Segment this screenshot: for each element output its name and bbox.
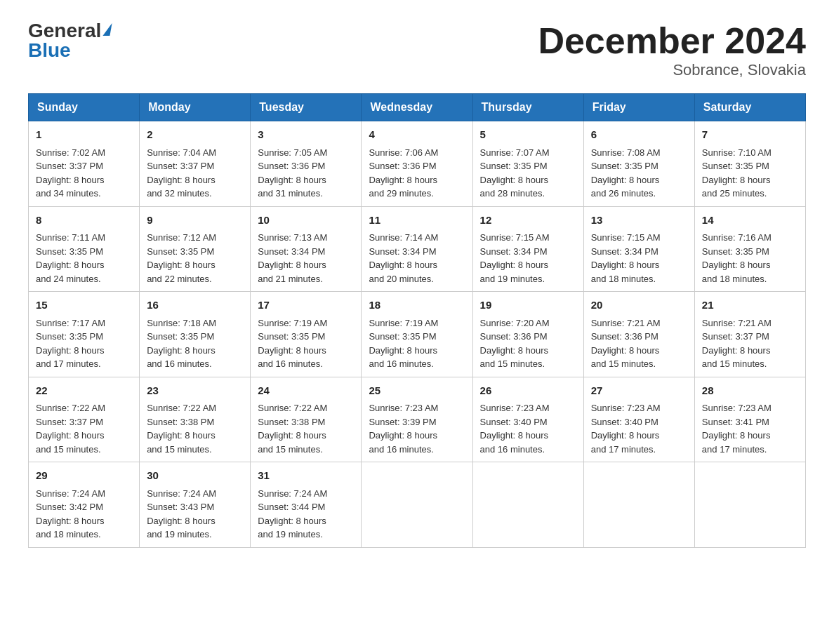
day-number: 16 — [147, 297, 243, 314]
calendar-cell: 29 Sunrise: 7:24 AMSunset: 3:42 PMDaylig… — [29, 462, 140, 548]
calendar-cell: 31 Sunrise: 7:24 AMSunset: 3:44 PMDaylig… — [251, 462, 362, 548]
calendar-cell: 30 Sunrise: 7:24 AMSunset: 3:43 PMDaylig… — [140, 462, 251, 548]
day-number: 10 — [258, 213, 354, 229]
calendar-cell: 25 Sunrise: 7:23 AMSunset: 3:39 PMDaylig… — [362, 377, 472, 462]
day-info: Sunrise: 7:23 AMSunset: 3:40 PMDaylight:… — [480, 403, 550, 455]
day-number: 30 — [147, 468, 243, 484]
calendar-cell: 2 Sunrise: 7:04 AMSunset: 3:37 PMDayligh… — [140, 121, 251, 207]
day-number: 20 — [591, 297, 687, 314]
calendar-cell: 12 Sunrise: 7:15 AMSunset: 3:34 PMDaylig… — [472, 206, 583, 292]
calendar-cell: 10 Sunrise: 7:13 AMSunset: 3:34 PMDaylig… — [251, 206, 362, 292]
day-info: Sunrise: 7:14 AMSunset: 3:34 PMDaylight:… — [369, 232, 438, 284]
day-number: 19 — [480, 297, 576, 314]
calendar-table: Sunday Monday Tuesday Wednesday Thursday… — [28, 93, 806, 548]
day-number: 23 — [147, 383, 243, 399]
calendar-cell: 9 Sunrise: 7:12 AMSunset: 3:35 PMDayligh… — [140, 206, 251, 292]
month-title: December 2024 — [538, 21, 806, 61]
day-info: Sunrise: 7:10 AMSunset: 3:35 PMDaylight:… — [702, 147, 772, 199]
day-info: Sunrise: 7:22 AMSunset: 3:38 PMDaylight:… — [147, 403, 216, 455]
day-info: Sunrise: 7:23 AMSunset: 3:39 PMDaylight:… — [369, 403, 438, 455]
calendar-cell: 14 Sunrise: 7:16 AMSunset: 3:35 PMDaylig… — [694, 206, 805, 292]
calendar-cell: 8 Sunrise: 7:11 AMSunset: 3:35 PMDayligh… — [29, 206, 140, 292]
calendar-cell: 5 Sunrise: 7:07 AMSunset: 3:35 PMDayligh… — [472, 121, 583, 207]
col-saturday: Saturday — [694, 94, 805, 121]
day-info: Sunrise: 7:12 AMSunset: 3:35 PMDaylight:… — [147, 232, 216, 284]
col-wednesday: Wednesday — [362, 94, 472, 121]
calendar-cell: 18 Sunrise: 7:19 AMSunset: 3:35 PMDaylig… — [362, 292, 472, 377]
day-number: 28 — [702, 383, 798, 399]
day-number: 15 — [36, 297, 132, 314]
day-info: Sunrise: 7:05 AMSunset: 3:36 PMDaylight:… — [258, 147, 327, 199]
week-row-3: 15 Sunrise: 7:17 AMSunset: 3:35 PMDaylig… — [29, 292, 806, 377]
day-info: Sunrise: 7:15 AMSunset: 3:34 PMDaylight:… — [591, 232, 661, 284]
calendar-cell: 24 Sunrise: 7:22 AMSunset: 3:38 PMDaylig… — [251, 377, 362, 462]
day-info: Sunrise: 7:23 AMSunset: 3:40 PMDaylight:… — [591, 403, 661, 455]
day-info: Sunrise: 7:15 AMSunset: 3:34 PMDaylight:… — [480, 232, 550, 284]
day-number: 6 — [591, 127, 687, 143]
calendar-cell — [583, 462, 694, 548]
page-header: General Blue December 2024 Sobrance, Slo… — [28, 21, 806, 79]
day-number: 21 — [702, 297, 798, 314]
day-info: Sunrise: 7:19 AMSunset: 3:35 PMDaylight:… — [369, 318, 438, 370]
day-number: 3 — [258, 127, 354, 143]
calendar-cell: 26 Sunrise: 7:23 AMSunset: 3:40 PMDaylig… — [472, 377, 583, 462]
calendar-header-row: Sunday Monday Tuesday Wednesday Thursday… — [29, 94, 806, 121]
day-info: Sunrise: 7:08 AMSunset: 3:35 PMDaylight:… — [591, 147, 661, 199]
day-number: 25 — [369, 383, 465, 399]
day-info: Sunrise: 7:13 AMSunset: 3:34 PMDaylight:… — [258, 232, 327, 284]
day-number: 7 — [702, 127, 798, 143]
day-info: Sunrise: 7:11 AMSunset: 3:35 PMDaylight:… — [36, 232, 105, 284]
day-info: Sunrise: 7:02 AMSunset: 3:37 PMDaylight:… — [36, 147, 105, 199]
day-number: 31 — [258, 468, 354, 484]
day-info: Sunrise: 7:19 AMSunset: 3:35 PMDaylight:… — [258, 318, 327, 370]
day-info: Sunrise: 7:17 AMSunset: 3:35 PMDaylight:… — [36, 318, 105, 370]
title-section: December 2024 Sobrance, Slovakia — [538, 21, 806, 79]
calendar-cell: 13 Sunrise: 7:15 AMSunset: 3:34 PMDaylig… — [583, 206, 694, 292]
day-info: Sunrise: 7:24 AMSunset: 3:42 PMDaylight:… — [36, 488, 105, 540]
day-info: Sunrise: 7:24 AMSunset: 3:43 PMDaylight:… — [147, 488, 216, 540]
day-number: 13 — [591, 213, 687, 229]
day-number: 2 — [147, 127, 243, 143]
day-number: 26 — [480, 383, 576, 399]
week-row-4: 22 Sunrise: 7:22 AMSunset: 3:37 PMDaylig… — [29, 377, 806, 462]
week-row-5: 29 Sunrise: 7:24 AMSunset: 3:42 PMDaylig… — [29, 462, 806, 548]
day-info: Sunrise: 7:07 AMSunset: 3:35 PMDaylight:… — [480, 147, 550, 199]
day-number: 22 — [36, 383, 132, 399]
calendar-cell: 11 Sunrise: 7:14 AMSunset: 3:34 PMDaylig… — [362, 206, 472, 292]
calendar-cell — [362, 462, 472, 548]
day-info: Sunrise: 7:04 AMSunset: 3:37 PMDaylight:… — [147, 147, 216, 199]
day-number: 4 — [369, 127, 465, 143]
day-number: 24 — [258, 383, 354, 399]
day-number: 27 — [591, 383, 687, 399]
day-info: Sunrise: 7:18 AMSunset: 3:35 PMDaylight:… — [147, 318, 216, 370]
col-friday: Friday — [583, 94, 694, 121]
day-number: 5 — [480, 127, 576, 143]
calendar-cell: 3 Sunrise: 7:05 AMSunset: 3:36 PMDayligh… — [251, 121, 362, 207]
day-number: 9 — [147, 213, 243, 229]
calendar-cell — [472, 462, 583, 548]
calendar-cell: 4 Sunrise: 7:06 AMSunset: 3:36 PMDayligh… — [362, 121, 472, 207]
calendar-cell: 19 Sunrise: 7:20 AMSunset: 3:36 PMDaylig… — [472, 292, 583, 377]
col-tuesday: Tuesday — [251, 94, 362, 121]
col-monday: Monday — [140, 94, 251, 121]
day-number: 29 — [36, 468, 132, 484]
day-info: Sunrise: 7:06 AMSunset: 3:36 PMDaylight:… — [369, 147, 438, 199]
logo-general-text: General — [28, 21, 101, 41]
calendar-cell: 7 Sunrise: 7:10 AMSunset: 3:35 PMDayligh… — [694, 121, 805, 207]
calendar-cell: 28 Sunrise: 7:23 AMSunset: 3:41 PMDaylig… — [694, 377, 805, 462]
calendar-cell: 20 Sunrise: 7:21 AMSunset: 3:36 PMDaylig… — [583, 292, 694, 377]
calendar-cell: 22 Sunrise: 7:22 AMSunset: 3:37 PMDaylig… — [29, 377, 140, 462]
calendar-cell: 1 Sunrise: 7:02 AMSunset: 3:37 PMDayligh… — [29, 121, 140, 207]
day-info: Sunrise: 7:16 AMSunset: 3:35 PMDaylight:… — [702, 232, 772, 284]
calendar-cell — [694, 462, 805, 548]
calendar-cell: 21 Sunrise: 7:21 AMSunset: 3:37 PMDaylig… — [694, 292, 805, 377]
day-info: Sunrise: 7:22 AMSunset: 3:37 PMDaylight:… — [36, 403, 105, 455]
calendar-cell: 16 Sunrise: 7:18 AMSunset: 3:35 PMDaylig… — [140, 292, 251, 377]
logo-blue-text: Blue — [28, 41, 71, 60]
logo: General Blue — [28, 21, 111, 60]
day-number: 17 — [258, 297, 354, 314]
day-info: Sunrise: 7:20 AMSunset: 3:36 PMDaylight:… — [480, 318, 550, 370]
calendar-cell: 27 Sunrise: 7:23 AMSunset: 3:40 PMDaylig… — [583, 377, 694, 462]
calendar-cell: 17 Sunrise: 7:19 AMSunset: 3:35 PMDaylig… — [251, 292, 362, 377]
day-number: 11 — [369, 213, 465, 229]
